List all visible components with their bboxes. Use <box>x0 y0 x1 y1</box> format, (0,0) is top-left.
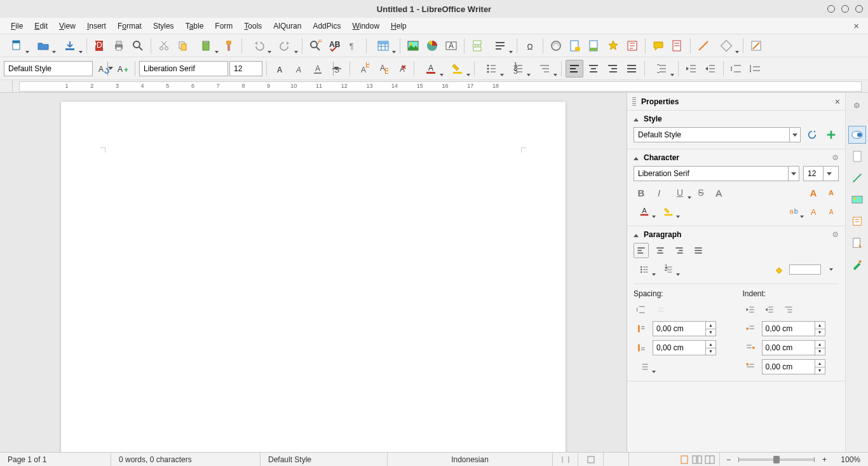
section-header-style[interactable]: Style <box>634 114 839 123</box>
number-list-button[interactable]: 123 <box>505 60 531 78</box>
indent-before-input[interactable] <box>763 322 815 336</box>
align-justify-button[interactable] <box>691 243 706 258</box>
menu-help[interactable]: Help <box>385 20 412 32</box>
menu-table[interactable]: Table <box>180 20 210 32</box>
bold-button[interactable]: A <box>271 60 288 78</box>
new-style-button[interactable] <box>824 127 839 142</box>
document-view[interactable] <box>0 93 627 452</box>
status-wordcount[interactable]: 0 words, 0 characters <box>111 453 261 466</box>
menu-format[interactable]: Format <box>112 20 147 32</box>
new-style-button[interactable]: A+ <box>113 60 131 78</box>
sidebar-tab-gallery[interactable] <box>848 191 866 209</box>
clear-formatting-button[interactable]: A <box>392 60 410 78</box>
background-color-dropdown[interactable] <box>824 262 839 277</box>
window-maximize-button[interactable] <box>841 5 849 13</box>
zoom-slider[interactable] <box>738 458 815 461</box>
insert-footnote-button[interactable] <box>566 37 584 55</box>
align-center-button[interactable] <box>585 60 602 78</box>
indent-after-input[interactable] <box>763 341 815 355</box>
line-spacing-button[interactable] <box>649 60 674 78</box>
sidebar-tab-design[interactable] <box>848 256 866 273</box>
align-left-button[interactable] <box>634 243 649 258</box>
section-header-paragraph[interactable]: Paragraph ⚙ <box>634 230 839 239</box>
section-header-character[interactable]: Character ⚙ <box>634 153 839 162</box>
char-spacing-button[interactable]: ab <box>782 204 803 219</box>
align-center-button[interactable] <box>653 243 668 258</box>
insert-bookmark-button[interactable] <box>604 37 622 55</box>
find-replace-button[interactable]: A <box>306 37 324 55</box>
menu-alquran[interactable]: AlQuran <box>268 20 307 32</box>
underline-button[interactable]: A <box>309 60 327 78</box>
track-changes-button[interactable] <box>668 37 686 55</box>
update-style-button[interactable]: A <box>94 60 112 78</box>
number-list-button[interactable]: 12 <box>658 262 679 277</box>
menu-view[interactable]: View <box>53 20 81 32</box>
menu-insert[interactable]: Insert <box>81 20 112 32</box>
insert-field-button[interactable] <box>487 37 513 55</box>
spin-down[interactable]: ▼ <box>706 348 715 355</box>
hanging-indent-button[interactable] <box>781 302 796 317</box>
spin-up[interactable]: ▲ <box>815 341 825 348</box>
insert-endnote-button[interactable] <box>585 37 603 55</box>
status-language[interactable]: Indonesian <box>388 453 553 466</box>
menu-window[interactable]: Window <box>346 20 385 32</box>
gear-icon[interactable]: ⚙ <box>832 230 839 239</box>
horizontal-ruler[interactable]: 123456789101112131415161718 <box>19 81 862 92</box>
status-page[interactable]: Page 1 of 1 <box>0 453 111 466</box>
space-below-input[interactable] <box>653 341 705 355</box>
panel-close-button[interactable]: × <box>835 97 840 107</box>
paragraph-style-combo[interactable] <box>4 61 93 76</box>
save-button[interactable] <box>57 37 83 55</box>
insert-line-button[interactable] <box>695 37 712 55</box>
spellcheck-button[interactable]: AB <box>325 37 343 55</box>
font-color-button[interactable]: A <box>634 204 655 219</box>
spin-up[interactable]: ▲ <box>815 360 825 367</box>
sidebar-font-input[interactable] <box>634 167 788 181</box>
indent-first-spin[interactable]: ▲▼ <box>762 359 825 374</box>
spin-down[interactable]: ▼ <box>815 348 825 355</box>
window-minimize-button[interactable] <box>827 5 835 13</box>
indent-before-spin[interactable]: ▲▼ <box>762 321 825 336</box>
sidebar-font-dropdown[interactable] <box>788 167 799 181</box>
superscript-button[interactable]: A <box>806 204 821 219</box>
cut-button[interactable] <box>155 37 173 55</box>
shadow-button[interactable]: A <box>711 185 726 200</box>
sidebar-tab-navigator[interactable] <box>848 212 866 230</box>
sidebar-fontsize-input[interactable] <box>804 167 823 181</box>
insert-pagebreak-button[interactable] <box>468 37 486 55</box>
sidebar-font-combo[interactable] <box>634 166 799 181</box>
paste-button[interactable] <box>193 37 219 55</box>
sidebar-para-style-dropdown[interactable] <box>789 128 800 142</box>
sidebar-para-style-combo[interactable] <box>634 127 801 142</box>
status-selection-mode[interactable] <box>578 453 604 466</box>
update-style-button[interactable] <box>804 127 820 142</box>
redo-button[interactable] <box>273 37 298 55</box>
indent-after-spin[interactable]: ▲▼ <box>762 340 825 355</box>
bullet-list-button[interactable] <box>478 60 504 78</box>
document-close-button[interactable]: × <box>853 20 859 31</box>
align-justify-button[interactable] <box>623 60 641 78</box>
insert-chart-button[interactable] <box>423 37 441 55</box>
window-close-button[interactable] <box>855 5 863 13</box>
space-above-input[interactable] <box>653 322 705 336</box>
menu-addpics[interactable]: AddPics <box>307 20 346 32</box>
spin-down[interactable]: ▼ <box>706 329 715 336</box>
decrease-indent-button[interactable] <box>702 60 719 78</box>
decrease-indent-button[interactable] <box>762 302 777 317</box>
shrink-font-button[interactable]: A <box>824 185 839 200</box>
basic-shapes-button[interactable] <box>714 37 739 55</box>
highlight-color-button[interactable] <box>658 204 679 219</box>
insert-textbox-button[interactable]: A <box>442 37 460 55</box>
view-multi-page-button[interactable] <box>691 455 703 465</box>
spin-up[interactable]: ▲ <box>815 322 825 329</box>
menu-form[interactable]: Form <box>209 20 238 32</box>
bullet-list-button[interactable] <box>634 262 655 277</box>
underline-button[interactable]: U <box>669 185 691 200</box>
status-style[interactable]: Default Style <box>261 453 388 466</box>
gear-icon[interactable]: ⚙ <box>832 153 839 162</box>
background-color-swatch[interactable] <box>789 264 821 275</box>
decrease-para-spacing-button[interactable] <box>747 60 764 78</box>
export-pdf-button[interactable]: PDF <box>91 37 109 55</box>
view-book-button[interactable] <box>704 455 715 465</box>
sidebar-tab-properties[interactable] <box>848 126 866 144</box>
